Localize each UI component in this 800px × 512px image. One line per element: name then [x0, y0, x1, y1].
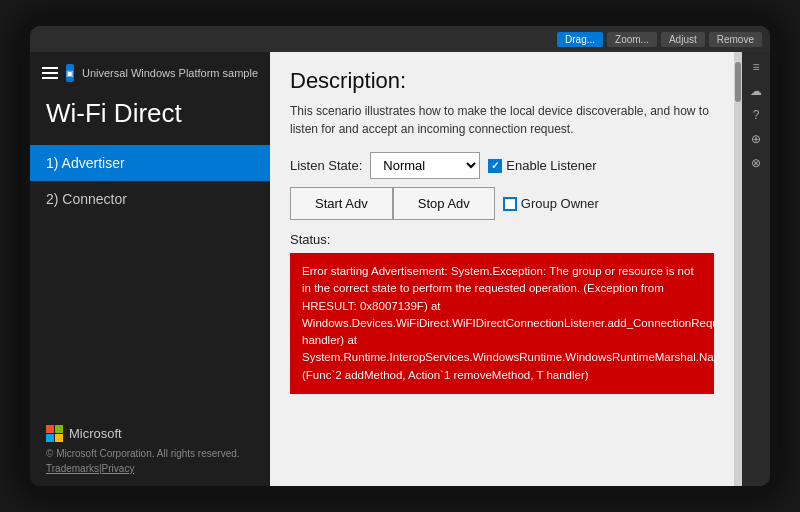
enable-listener-checkbox[interactable] — [488, 159, 502, 173]
hamburger-icon[interactable] — [42, 67, 58, 79]
top-bar: Drag... Zoom... Adjust Remove — [30, 26, 770, 52]
listen-state-row: Listen State: Normal None Aggressive Ena… — [290, 152, 714, 179]
wifi-direct-title: Wi-Fi Direct — [30, 90, 270, 145]
toolbar-cloud-icon[interactable]: ☁ — [745, 80, 767, 102]
app-icon: ▣ — [66, 64, 74, 82]
screen-outer: Drag... Zoom... Adjust Remove ▣ Universa… — [20, 16, 780, 496]
privacy-link[interactable]: Privacy — [102, 463, 135, 474]
sidebar-footer: Microsoft © Microsoft Corporation. All r… — [30, 413, 270, 486]
error-message-box: Error starting Advertisement: System.Exc… — [290, 253, 714, 394]
status-label: Status: — [290, 232, 714, 247]
footer-links: Trademarks|Privacy — [46, 463, 254, 474]
scroll-thumb[interactable] — [735, 62, 741, 102]
adjust-button[interactable]: Adjust — [661, 32, 705, 47]
scroll-indicator[interactable] — [734, 52, 742, 486]
stop-adv-button[interactable]: Stop Adv — [393, 187, 495, 220]
toolbar-help-icon[interactable]: ? — [745, 104, 767, 126]
toolbar-add-icon[interactable]: ⊕ — [745, 128, 767, 150]
screen-inner: Drag... Zoom... Adjust Remove ▣ Universa… — [30, 26, 770, 486]
ms-grid-icon — [46, 425, 63, 442]
main-area: ▣ Universal Windows Platform sample Wi-F… — [30, 52, 770, 486]
description-text: This scenario illustrates how to make th… — [290, 102, 714, 138]
toolbar-menu-icon[interactable]: ≡ — [745, 56, 767, 78]
toolbar-close-icon[interactable]: ⊗ — [745, 152, 767, 174]
app-title: Universal Windows Platform sample — [82, 67, 258, 79]
copyright-text: © Microsoft Corporation. All rights rese… — [46, 448, 254, 459]
sidebar-header: ▣ Universal Windows Platform sample — [30, 56, 270, 90]
listen-state-select[interactable]: Normal None Aggressive — [370, 152, 480, 179]
ms-logo-text: Microsoft — [69, 426, 122, 441]
trademarks-link[interactable]: Trademarks — [46, 463, 99, 474]
zoom-button[interactable]: Zoom... — [607, 32, 657, 47]
group-owner-label: Group Owner — [521, 196, 599, 211]
group-owner-row: Group Owner — [503, 196, 599, 211]
enable-listener-checkbox-row: Enable Listener — [488, 158, 596, 173]
start-adv-button[interactable]: Start Adv — [290, 187, 393, 220]
description-title: Description: — [290, 68, 714, 94]
sidebar: ▣ Universal Windows Platform sample Wi-F… — [30, 52, 270, 486]
enable-listener-label: Enable Listener — [506, 158, 596, 173]
drag-button[interactable]: Drag... — [557, 32, 603, 47]
content-area: Description: This scenario illustrates h… — [270, 52, 734, 486]
ms-logo: Microsoft — [46, 425, 254, 442]
nav-item-advertiser[interactable]: 1) Advertiser — [30, 145, 270, 181]
content-inner: Description: This scenario illustrates h… — [270, 52, 734, 486]
listen-state-label: Listen State: — [290, 158, 362, 173]
group-owner-checkbox[interactable] — [503, 197, 517, 211]
adv-buttons-row: Start Adv Stop Adv — [290, 187, 495, 220]
nav-item-connector[interactable]: 2) Connector — [30, 181, 270, 217]
remove-button[interactable]: Remove — [709, 32, 762, 47]
top-bar-buttons: Drag... Zoom... Adjust Remove — [557, 32, 762, 47]
right-toolbar: ≡ ☁ ? ⊕ ⊗ — [742, 52, 770, 486]
